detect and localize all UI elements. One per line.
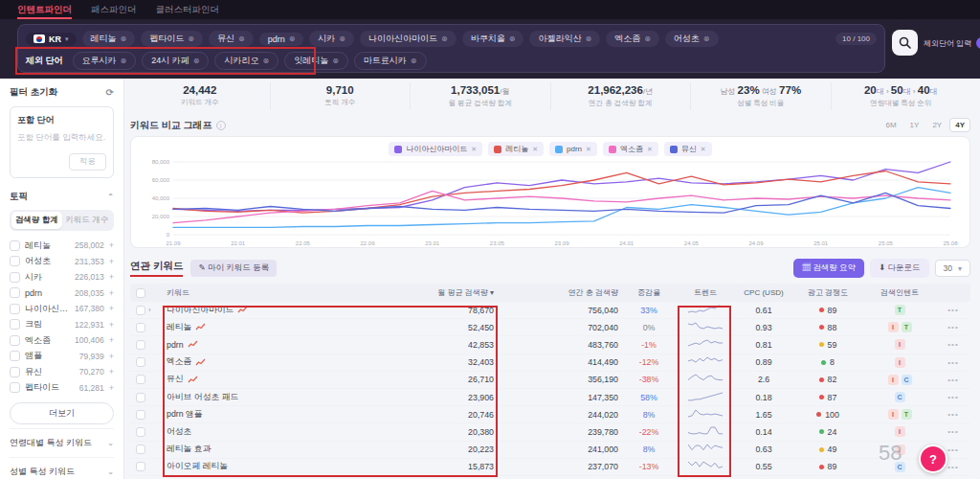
expand-row-icon[interactable]: › xyxy=(148,306,151,314)
nav-tab-인텐트파인더[interactable]: 인텐트파인더 xyxy=(17,0,72,19)
topic-checkbox[interactable] xyxy=(10,351,20,361)
datalab-chart-icon[interactable] xyxy=(195,358,206,367)
more-button[interactable]: 더보기 xyxy=(10,402,114,424)
remove-series-icon[interactable]: ✕ xyxy=(586,146,591,153)
range-button-2Y[interactable]: 2Y xyxy=(926,118,947,132)
table-row[interactable]: ›나이아신아마이드78,670756,04033%0.6189T••• xyxy=(130,302,970,319)
column-header-광고 경쟁도[interactable]: 광고 경쟁도 xyxy=(792,287,863,298)
datalab-chart-icon[interactable] xyxy=(188,376,198,384)
topic-checkbox[interactable] xyxy=(10,272,20,283)
legend-chip-엑소좀[interactable]: 엑소좀✕ xyxy=(603,142,658,156)
topic-list-item[interactable]: 뮤신70,270+ xyxy=(10,364,114,380)
add-topic-icon[interactable]: + xyxy=(109,240,114,250)
nav-tab-패스파인더[interactable]: 패스파인더 xyxy=(91,0,137,19)
column-header-CPC (USD)[interactable]: CPC (USD) xyxy=(735,288,792,297)
add-topic-icon[interactable]: + xyxy=(109,288,114,298)
row-checkbox[interactable] xyxy=(136,306,145,315)
topic-tab-키워드 개수[interactable]: 키워드 개수 xyxy=(62,212,113,229)
row-menu-button[interactable]: ••• xyxy=(936,393,970,401)
download-button[interactable]: ⬇ 다운로드 xyxy=(870,259,928,278)
remove-excluded-icon[interactable]: ⊗ xyxy=(121,57,127,65)
search-volume-summary-button[interactable]: ▦ 검색량 요약 xyxy=(793,259,864,278)
keyword-chip[interactable]: 나이아신아마이드⊗ xyxy=(360,31,457,47)
page-size-select[interactable]: 30▾ xyxy=(935,260,970,277)
remove-excluded-icon[interactable]: ⊗ xyxy=(262,57,269,65)
table-row[interactable]: 어성초20,380239,780-22%0.1424I••• xyxy=(130,423,970,441)
datalab-chart-icon[interactable] xyxy=(237,306,248,314)
include-words-input[interactable]: 포함 단어를 입력하세요. xyxy=(17,132,106,144)
topic-list-item[interactable]: 크림122,931+ xyxy=(10,317,114,333)
keyword-chip[interactable]: 시카⊗ xyxy=(309,31,354,47)
topic-checkbox[interactable] xyxy=(10,382,20,393)
legend-chip-pdrn[interactable]: pdrn✕ xyxy=(549,142,597,156)
remove-keyword-icon[interactable]: ⊗ xyxy=(644,34,651,43)
remove-excluded-icon[interactable]: ⊗ xyxy=(332,57,339,65)
range-button-4Y[interactable]: 4Y xyxy=(949,118,970,132)
topic-checkbox[interactable] xyxy=(10,335,20,346)
excluded-word-chip[interactable]: 시카리오⊗ xyxy=(214,52,278,70)
topic-checkbox[interactable] xyxy=(10,367,20,377)
range-button-1Y[interactable]: 1Y xyxy=(904,118,925,132)
row-checkbox[interactable] xyxy=(136,393,145,402)
topic-list-item[interactable]: 시카226,013+ xyxy=(10,269,114,285)
range-button-6M[interactable]: 6M xyxy=(880,118,902,132)
add-topic-icon[interactable]: + xyxy=(109,304,114,313)
keyword-chip[interactable]: 펩타이드⊗ xyxy=(141,31,203,47)
row-menu-button[interactable]: ••• xyxy=(936,376,970,384)
remove-series-icon[interactable]: ✕ xyxy=(701,146,706,153)
topic-list-item[interactable]: pdrn208,035+ xyxy=(10,285,114,302)
topic-checkbox[interactable] xyxy=(10,319,20,330)
row-menu-button[interactable]: ••• xyxy=(936,410,970,419)
keyword-chip[interactable]: pdrn⊗ xyxy=(259,33,304,46)
excluded-word-chip[interactable]: 마트료시카⊗ xyxy=(354,52,427,70)
add-topic-icon[interactable]: + xyxy=(109,352,114,361)
add-topic-icon[interactable]: + xyxy=(109,383,114,393)
row-menu-button[interactable]: ••• xyxy=(936,427,970,436)
row-menu-button[interactable]: ••• xyxy=(936,323,970,331)
table-row[interactable]: 아비브 어성초 패드23,906147,35058%0.1887C••• xyxy=(130,389,970,406)
remove-excluded-icon[interactable]: ⊗ xyxy=(193,57,200,65)
row-checkbox[interactable] xyxy=(136,375,145,384)
topic-list-item[interactable]: 펩타이드61,281+ xyxy=(10,380,114,397)
remove-series-icon[interactable]: ✕ xyxy=(471,146,477,153)
excluded-word-chip[interactable]: 잇레티놀⊗ xyxy=(284,52,348,70)
country-selector[interactable]: KR ▾ xyxy=(26,33,77,46)
remove-keyword-icon[interactable]: ⊗ xyxy=(509,34,516,43)
legend-chip-나이아신아마이드[interactable]: 나이아신아마이드✕ xyxy=(389,142,482,156)
column-header-키워드[interactable]: 키워드 xyxy=(163,287,402,298)
topic-checkbox[interactable] xyxy=(10,304,20,314)
keyword-search-input-box[interactable]: KR ▾ 레티놀⊗펩타이드⊗뮤신⊗pdrn⊗시카⊗나이아신아마이드⊗바쿠치올⊗아… xyxy=(17,24,885,73)
table-row[interactable]: pdrn42,853483,760-1%0.8159I••• xyxy=(130,336,970,354)
keyword-chip[interactable]: 뮤신⊗ xyxy=(209,31,254,47)
exclude-toggle-switch[interactable] xyxy=(976,37,980,49)
excluded-word-chip[interactable]: 24시 카페⊗ xyxy=(142,52,209,70)
keyword-chip[interactable]: 레티놀⊗ xyxy=(82,31,136,47)
chevron-up-icon[interactable]: ⌃ xyxy=(107,193,114,201)
table-row[interactable]: 엑소좀32,403414,490-12%0.898I••• xyxy=(130,354,970,372)
keyword-chip[interactable]: 바쿠치올⊗ xyxy=(462,31,524,47)
keyword-chip[interactable]: 아젤라익산⊗ xyxy=(529,31,600,47)
topic-checkbox[interactable] xyxy=(10,256,20,266)
remove-series-icon[interactable]: ✕ xyxy=(647,146,653,153)
row-menu-button[interactable]: ••• xyxy=(936,358,970,367)
add-topic-icon[interactable]: + xyxy=(109,320,114,330)
legend-chip-뮤신[interactable]: 뮤신✕ xyxy=(664,142,712,156)
add-topic-icon[interactable]: + xyxy=(109,335,114,345)
topic-checkbox[interactable] xyxy=(10,240,20,251)
select-all-checkbox[interactable] xyxy=(136,288,145,298)
remove-keyword-icon[interactable]: ⊗ xyxy=(121,34,127,43)
sidebar-section-성별 특성 키워드[interactable]: 성별 특성 키워드⌄ xyxy=(10,457,114,479)
table-row[interactable]: 레티놀 효과20,223241,0008%0.6349I••• xyxy=(130,442,970,459)
row-checkbox[interactable] xyxy=(136,340,145,350)
remove-excluded-icon[interactable]: ⊗ xyxy=(411,57,417,65)
topic-list-item[interactable]: 레티놀258,002+ xyxy=(10,238,114,254)
remove-keyword-icon[interactable]: ⊗ xyxy=(703,34,710,43)
remove-keyword-icon[interactable]: ⊗ xyxy=(289,34,296,43)
column-header-트렌드[interactable]: 트렌드 xyxy=(676,287,735,298)
info-icon[interactable]: i xyxy=(216,121,226,130)
remove-keyword-icon[interactable]: ⊗ xyxy=(585,34,591,43)
keyword-chip[interactable]: 어성초⊗ xyxy=(665,31,719,47)
remove-series-icon[interactable]: ✕ xyxy=(532,146,538,153)
remove-keyword-icon[interactable]: ⊗ xyxy=(188,34,194,43)
topic-list-item[interactable]: 앰플79,939+ xyxy=(10,349,114,365)
